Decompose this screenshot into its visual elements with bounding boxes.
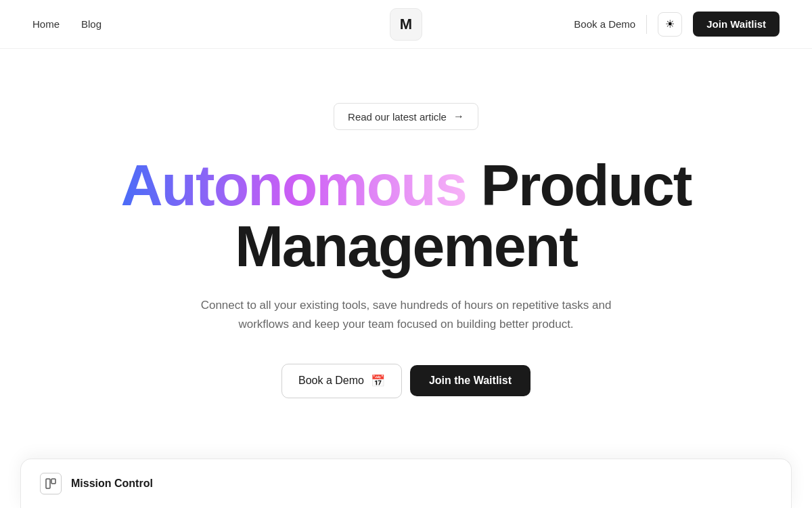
book-demo-label: Book a Demo <box>298 375 364 387</box>
mission-control-panel: Mission Control <box>20 459 792 508</box>
hero-title-rest: Product <box>466 152 692 217</box>
nav-join-waitlist-button[interactable]: Join Waitlist <box>693 12 780 37</box>
cta-group: Book a Demo 📅 Join the Waitlist <box>281 364 531 398</box>
mission-control-icon <box>40 473 62 494</box>
nav-divider <box>646 15 647 34</box>
calendar-icon: 📅 <box>371 374 385 388</box>
nav-book-demo[interactable]: Book a Demo <box>574 18 635 30</box>
mission-control-header: Mission Control <box>40 473 772 494</box>
theme-toggle-button[interactable]: ☀ <box>658 12 682 37</box>
nav-home[interactable]: Home <box>32 18 60 30</box>
hero-badge-arrow-icon: → <box>453 110 464 123</box>
svg-rect-1 <box>51 479 55 484</box>
nav-center: M <box>390 8 422 41</box>
navbar: Home Blog M Book a Demo ☀ Join Waitlist <box>0 0 812 49</box>
hero-section: Read our latest article → Autonomous Pro… <box>0 49 812 431</box>
nav-blog[interactable]: Blog <box>81 18 102 30</box>
hero-title-line2: Management <box>235 213 577 278</box>
hero-badge[interactable]: Read our latest article → <box>334 103 478 130</box>
logo[interactable]: M <box>390 8 422 41</box>
hero-title: Autonomous Product Management <box>120 154 691 277</box>
svg-rect-0 <box>46 479 50 488</box>
hero-title-gradient: Autonomous <box>120 152 466 217</box>
nav-right: Book a Demo ☀ Join Waitlist <box>574 12 780 37</box>
hero-badge-text: Read our latest article <box>348 111 447 123</box>
mission-control-title: Mission Control <box>71 478 153 490</box>
nav-left: Home Blog <box>32 18 102 30</box>
join-waitlist-button[interactable]: Join the Waitlist <box>410 365 531 396</box>
hero-subtitle: Connect to all your existing tools, save… <box>196 296 616 334</box>
book-demo-button[interactable]: Book a Demo 📅 <box>281 364 402 398</box>
